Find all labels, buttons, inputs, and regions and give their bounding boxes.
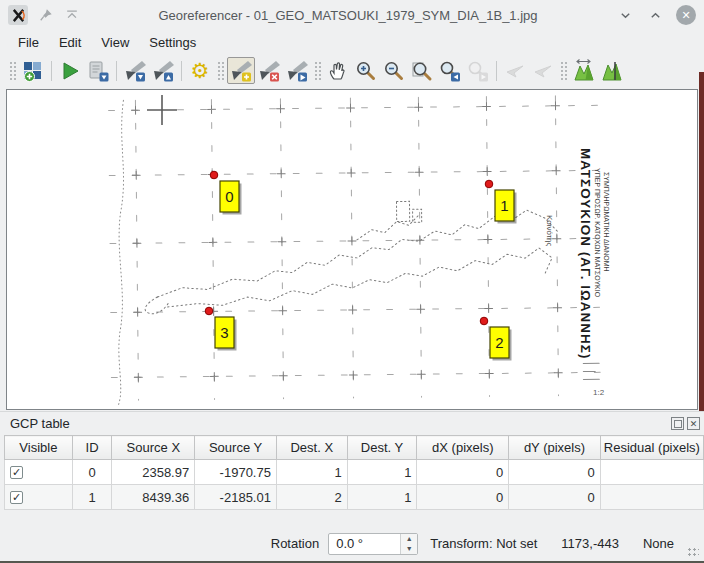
zoom-next-icon — [466, 59, 490, 83]
menu-settings[interactable]: Settings — [139, 32, 206, 53]
panel-float-icon[interactable] — [671, 417, 684, 430]
maximize-button[interactable] — [644, 4, 666, 26]
close-button[interactable]: ✕ — [676, 5, 696, 25]
table-row[interactable]: ✓18439.36-2185.012100 — [5, 485, 704, 510]
link-qgis-icon — [531, 59, 555, 83]
zoom-next-button[interactable] — [464, 57, 492, 84]
column-header[interactable]: dX (pixels) — [417, 436, 509, 460]
background-window-edge — [699, 72, 704, 411]
table-cell: 2358.97 — [112, 460, 195, 485]
spin-up-icon[interactable]: ▲ — [401, 534, 417, 544]
toolbar-drag-handle[interactable] — [217, 61, 224, 81]
gcp-marker[interactable]: 1 — [485, 180, 516, 223]
table-cell: 1 — [72, 485, 112, 510]
zoom-to-layer-icon — [410, 59, 434, 83]
transformation-settings-button[interactable]: ⚙ — [186, 57, 214, 84]
map-canvas[interactable]: ΜΑΤΣΟΥΚΙΟΝ (ΑΓ. ΙΩΑΝΝΗΣ) ΥΠΕΡ ΠΡΟΣΩΡ. ΚΑ… — [6, 89, 698, 410]
resize-grip[interactable] — [687, 547, 699, 557]
open-raster-button[interactable] — [19, 57, 47, 84]
local-histogram-stretch-button[interactable] — [598, 57, 626, 84]
zoom-last-button[interactable] — [436, 57, 464, 84]
toolbar-drag-handle[interactable] — [314, 61, 321, 81]
column-header[interactable]: Dest. X — [276, 436, 347, 460]
zoom-out-icon — [382, 59, 406, 83]
move-point-button[interactable] — [283, 57, 311, 84]
table-cell: -1970.75 — [195, 460, 277, 485]
start-georeferencing-button[interactable] — [56, 57, 84, 84]
column-header[interactable]: dY (pixels) — [509, 436, 601, 460]
save-gcp-icon — [151, 59, 175, 83]
column-header[interactable]: Residual (pixels) — [600, 436, 703, 460]
save-gcp-points-button[interactable] — [149, 57, 177, 84]
gcp-markers: 0123 — [205, 171, 516, 360]
link-georeferencer-icon — [503, 59, 527, 83]
visible-checkbox[interactable]: ✓ — [10, 466, 23, 479]
delete-point-button[interactable] — [255, 57, 283, 84]
table-cell: 1 — [276, 460, 347, 485]
add-point-icon — [229, 59, 253, 83]
table-cell: 1 — [347, 460, 417, 485]
toolbar-drag-handle[interactable] — [9, 61, 16, 81]
rotation-spinbox[interactable]: 0.0 ° ▲ ▼ — [328, 533, 418, 555]
load-gcp-points-button[interactable] — [121, 57, 149, 84]
table-cell: 2 — [276, 485, 347, 510]
menu-edit[interactable]: Edit — [49, 32, 91, 53]
menu-view[interactable]: View — [91, 32, 139, 53]
panel-close-icon[interactable]: ✕ — [687, 417, 700, 430]
zoom-out-button[interactable] — [380, 57, 408, 84]
gcp-panel-title: GCP table — [10, 416, 70, 431]
gcp-marker[interactable]: 3 — [205, 307, 236, 350]
move-point-icon — [285, 59, 309, 83]
full-histogram-stretch-button[interactable] — [570, 57, 598, 84]
table-cell: 0 — [509, 485, 601, 510]
table-cell: -2185.01 — [195, 485, 277, 510]
spin-down-icon[interactable]: ▼ — [401, 544, 417, 554]
minimize-button[interactable] — [614, 4, 636, 26]
link-qgis-to-georeferencer-button[interactable] — [529, 57, 557, 84]
table-cell: 0 — [509, 460, 601, 485]
table-row[interactable]: ✓02358.97-1970.751100 — [5, 460, 704, 485]
crs-indicator: None — [643, 536, 674, 551]
gcp-point-dot — [480, 317, 488, 325]
gcp-label: 2 — [495, 334, 503, 351]
zoom-in-button[interactable] — [352, 57, 380, 84]
toolbar-drag-handle[interactable] — [560, 61, 567, 81]
column-header[interactable]: Source X — [112, 436, 195, 460]
georeferencer-window: Georeferencer - 01_GEO_MATSOUKI_1979_SYM… — [0, 0, 704, 563]
full-histogram-icon — [572, 59, 596, 83]
column-header[interactable]: Visible — [5, 436, 73, 460]
link-georeferencer-to-qgis-button[interactable] — [501, 57, 529, 84]
pan-button[interactable] — [324, 57, 352, 84]
add-point-button[interactable] — [227, 57, 255, 84]
visible-checkbox[interactable]: ✓ — [10, 491, 23, 504]
gcp-label: 3 — [220, 324, 228, 341]
toolbar: ⚙ — [0, 55, 704, 86]
generate-gdal-script-button[interactable] — [84, 57, 112, 84]
gear-icon: ⚙ — [191, 60, 210, 81]
table-cell: 0 — [417, 485, 509, 510]
menu-file[interactable]: File — [8, 32, 49, 53]
script-icon — [86, 59, 110, 83]
gcp-marker[interactable]: 0 — [210, 171, 241, 214]
zoom-to-layer-button[interactable] — [408, 57, 436, 84]
table-cell: 0 — [417, 460, 509, 485]
column-header[interactable]: Source Y — [195, 436, 277, 460]
titlebar: Georeferencer - 01_GEO_MATSOUKI_1979_SYM… — [0, 0, 704, 30]
gcp-marker[interactable]: 2 — [480, 317, 511, 360]
table-cell: 1 — [347, 485, 417, 510]
delete-point-icon — [257, 59, 281, 83]
menubar: File Edit View Settings — [0, 30, 704, 55]
zoom-last-icon — [438, 59, 462, 83]
gcp-point-dot — [485, 180, 493, 188]
pin-icon[interactable] — [38, 7, 54, 23]
column-header[interactable]: ID — [72, 436, 112, 460]
gcp-point-dot — [205, 307, 213, 315]
transform-status: Transform: Not set — [430, 536, 537, 551]
rotation-value: 0.0 ° — [329, 536, 363, 551]
keep-above-icon[interactable] — [64, 7, 80, 23]
gcp-label: 0 — [225, 188, 233, 205]
column-header[interactable]: Dest. Y — [347, 436, 417, 460]
crosshair-cursor — [147, 95, 177, 125]
gcp-table-panel: GCP table ✕ VisibleIDSource XSource YDes… — [0, 411, 704, 530]
open-raster-icon — [21, 59, 45, 83]
